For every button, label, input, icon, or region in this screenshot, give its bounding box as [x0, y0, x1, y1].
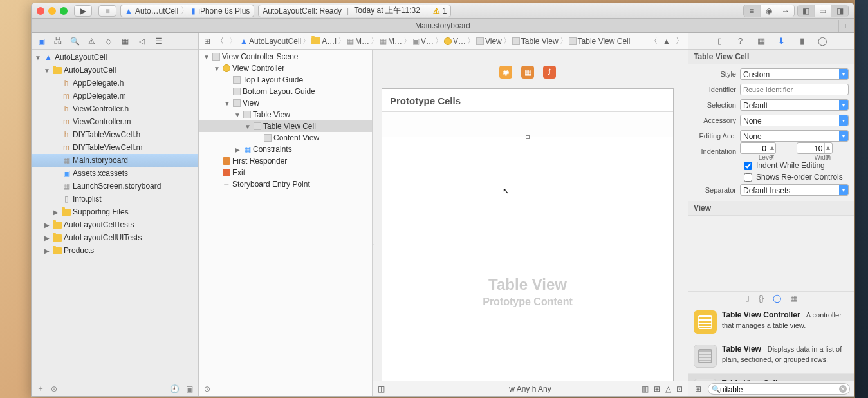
back-button[interactable]: 〈 — [214, 35, 226, 47]
identity-inspector-icon[interactable]: ▦ — [755, 35, 767, 47]
library-item[interactable]: Table View - Displays data in a list of … — [688, 339, 854, 374]
navigator-selector[interactable]: ▣ 品 🔍 ⚠ ◇ ▦ ◁ ☰ — [32, 33, 198, 50]
zoom-window[interactable] — [60, 7, 68, 15]
filter-recent-icon[interactable]: ⊙ — [51, 384, 57, 393]
outline-item[interactable]: First Responder — [199, 155, 372, 167]
stop-button[interactable]: ■ — [98, 5, 116, 17]
outline-item[interactable]: Exit — [199, 167, 372, 178]
inspector-selector[interactable]: ▯ ? ▦ ⬇ ▮ ◯ — [688, 33, 854, 50]
minimize-window[interactable] — [48, 7, 56, 15]
breadcrumb-item[interactable]: A…l — [311, 37, 337, 46]
outline-item[interactable]: Content View — [199, 132, 372, 144]
nav-item[interactable]: hViewController.h — [32, 102, 198, 115]
separator-select[interactable]: Default Insets▾ — [740, 184, 849, 196]
editor-mode-selector[interactable]: ≡ ◉ ↔ — [743, 5, 795, 17]
library-item[interactable]: Table View Cell - Defines the attributes… — [688, 374, 854, 381]
find-navigator-icon[interactable]: 🔍 — [69, 35, 80, 47]
outline-item[interactable]: ▼View Controller Scene — [199, 51, 372, 62]
version-editor-icon[interactable]: ↔ — [777, 5, 794, 17]
resizing-tool-icon[interactable]: ⊡ — [676, 384, 683, 393]
project-navigator-tree[interactable]: ▼▲AutoLayoutCell▼AutoLayoutCellhAppDeleg… — [32, 50, 198, 381]
prev-issue-button[interactable]: 〈 — [648, 35, 660, 47]
breadcrumb-item[interactable]: ▣ V… — [412, 37, 434, 46]
warning-icon[interactable]: ⚠ — [433, 6, 440, 15]
add-button[interactable]: ＋ — [37, 383, 44, 394]
size-inspector-icon[interactable]: ▮ — [797, 35, 808, 47]
first-responder-icon[interactable]: ▦ — [521, 66, 534, 79]
nav-item[interactable]: ▶AutoLayoutCellUITests — [32, 231, 198, 244]
nav-item[interactable]: ▶Products — [32, 244, 198, 257]
document-outline[interactable]: ▼View Controller Scene▼View ControllerTo… — [199, 50, 372, 381]
pin-tool-icon[interactable]: ⊞ — [654, 384, 660, 393]
breadcrumb-item[interactable]: ▲ AutoLayoutCell — [240, 37, 301, 46]
filter-clock-icon[interactable]: 🕘 — [170, 384, 180, 393]
connections-inspector-icon[interactable]: ◯ — [817, 35, 829, 47]
outline-item[interactable]: ▶▦Constraints — [199, 144, 372, 155]
nav-item[interactable]: mViewController.m — [32, 115, 198, 128]
outline-item[interactable]: ▼Table View — [199, 109, 372, 120]
jump-bar[interactable]: ⊞ 〈 〉 ▲ AutoLayoutCell〉 A…l〉▦ M…〉▦ M…〉▣ … — [199, 33, 688, 50]
indent-while-editing-checkbox[interactable] — [744, 162, 752, 170]
indent-level-field[interactable]: 0▴▾ — [740, 142, 776, 154]
identifier-field[interactable] — [740, 84, 849, 95]
nav-item[interactable]: mDIYTableViewCell.m — [32, 141, 198, 154]
clear-search-icon[interactable]: ✕ — [839, 385, 847, 393]
nav-item[interactable]: ▯Info.plist — [32, 193, 198, 205]
symbol-navigator-icon[interactable]: 品 — [52, 35, 64, 47]
assistant-editor-icon[interactable]: ◉ — [761, 5, 777, 17]
indent-width-field[interactable]: 10▴▾ — [797, 142, 833, 154]
nav-item[interactable]: ▦LaunchScreen.storyboard — [32, 180, 198, 193]
selection-select[interactable]: Default▾ — [740, 99, 849, 111]
nav-item[interactable]: hAppDelegate.h — [32, 77, 198, 90]
nav-item[interactable]: ▶AutoLayoutCellTests — [32, 218, 198, 231]
standard-editor-icon[interactable]: ≡ — [744, 5, 761, 17]
nav-item[interactable]: hDIYTableViewCell.h — [32, 128, 198, 141]
breadcrumb-item[interactable]: Table View Cell — [569, 37, 631, 46]
size-class-control[interactable]: w Any h Any — [509, 384, 551, 393]
object-library[interactable]: Table View Controller - A controller tha… — [688, 305, 854, 381]
library-search-field[interactable]: 🔍 uitable ✕ — [708, 383, 850, 395]
breadcrumb-item[interactable]: ▦ M… — [347, 37, 369, 46]
breadcrumb-item[interactable]: Table View — [512, 37, 559, 46]
next-issue-button[interactable]: 〉 — [674, 35, 685, 47]
tab-title[interactable]: Main.storyboard — [415, 21, 470, 30]
object-library-icon[interactable]: ◯ — [773, 294, 781, 303]
code-snippet-library-icon[interactable]: {} — [759, 294, 764, 303]
accessory-select[interactable]: None▾ — [740, 115, 849, 126]
issue-navigator-icon[interactable]: ⚠ — [86, 35, 97, 47]
breadcrumb-item[interactable]: V… — [444, 37, 466, 46]
exit-icon[interactable]: ⤴ — [543, 66, 556, 79]
media-library-icon[interactable]: ▦ — [790, 294, 797, 303]
debug-navigator-icon[interactable]: ▦ — [119, 35, 131, 47]
right-panel-toggle[interactable]: ◨ — [831, 5, 848, 17]
nav-item[interactable]: ▦Main.storyboard — [32, 154, 198, 167]
nav-item[interactable]: ▶Supporting Files — [32, 205, 198, 218]
breadcrumb-item[interactable]: View — [476, 37, 502, 46]
outline-filter-icon[interactable]: ⊙ — [204, 384, 210, 393]
view-controller-canvas[interactable]: ◉ ▦ ⤴ Prototype Cells Table View Prototy… — [382, 88, 674, 396]
show-reorder-checkbox[interactable] — [744, 173, 752, 182]
outline-item[interactable]: Bottom Layout Guide — [199, 86, 372, 97]
outline-item[interactable]: ▼Table View Cell — [199, 120, 372, 132]
library-item[interactable]: Table View Controller - A controller tha… — [688, 305, 854, 339]
panel-toggles[interactable]: ◧ ▭ ◨ — [797, 5, 849, 17]
library-selector[interactable]: ▯ {} ◯ ▦ — [688, 291, 854, 305]
nav-item[interactable]: mAppDelegate.m — [32, 90, 198, 102]
resize-handle[interactable] — [526, 135, 530, 139]
nav-item[interactable]: ▼▲AutoLayoutCell — [32, 51, 198, 64]
library-view-toggle-icon[interactable]: ⊞ — [692, 383, 704, 395]
outline-toggle-icon[interactable]: ◫ — [378, 384, 385, 393]
outline-item[interactable]: Top Layout Guide — [199, 74, 372, 86]
new-tab-button[interactable]: ＋ — [838, 20, 851, 32]
bottom-panel-toggle[interactable]: ▭ — [815, 5, 831, 17]
resize-chevron-icon[interactable]: 〉 — [373, 236, 382, 254]
style-select[interactable]: Custom▾ — [740, 68, 849, 80]
attributes-inspector-icon[interactable]: ⬇ — [776, 35, 788, 47]
ib-canvas[interactable]: 〉 ◉ ▦ ⤴ Prototype Cells Table View Proto… — [373, 50, 688, 396]
outline-item[interactable]: →Storyboard Entry Point — [199, 178, 372, 190]
filter-scm-icon[interactable]: ▣ — [186, 384, 193, 393]
left-panel-toggle[interactable]: ◧ — [798, 5, 815, 17]
close-window[interactable] — [37, 7, 44, 15]
related-items-icon[interactable]: ⊞ — [201, 35, 213, 47]
run-button[interactable]: ▶ — [74, 5, 92, 17]
